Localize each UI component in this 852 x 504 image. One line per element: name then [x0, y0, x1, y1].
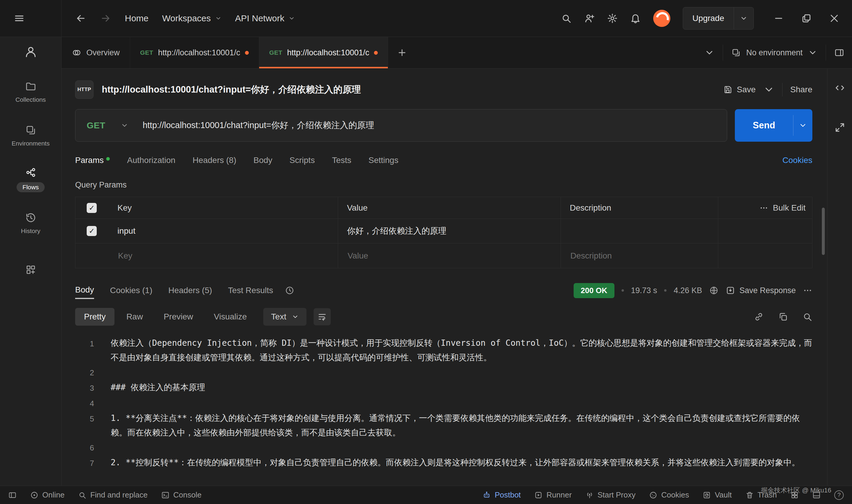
back-icon[interactable] [75, 13, 86, 24]
response-history-clock-icon[interactable] [285, 286, 294, 295]
sidebar-item-history[interactable]: History [0, 201, 61, 245]
help-icon[interactable] [834, 490, 844, 500]
close-icon[interactable] [829, 13, 839, 24]
response-tab-headers[interactable]: Headers (5) [168, 282, 212, 299]
cookies-link[interactable]: Cookies [782, 156, 812, 165]
trash-icon [745, 491, 754, 499]
start-proxy-button[interactable]: Start Proxy [585, 490, 636, 500]
send-options-chevron-icon[interactable] [794, 109, 812, 142]
sidebar-item-environments[interactable]: Environments [0, 114, 61, 158]
forward-icon[interactable] [100, 13, 111, 24]
nav-api-network[interactable]: API Network [235, 13, 295, 23]
tab-headers[interactable]: Headers (8) [193, 156, 236, 165]
save-button[interactable]: Save [723, 85, 756, 94]
format-dropdown[interactable]: Text [263, 308, 306, 326]
send-button[interactable]: Send [735, 109, 812, 142]
new-tab-button[interactable] [388, 37, 416, 68]
code-line: 72. **控制反转**：在传统的编程模型中，对象自己负责管理自己的依赖。而依赖… [75, 455, 812, 471]
sidebar-apps-grid-icon[interactable] [25, 264, 36, 275]
tab-settings[interactable]: Settings [368, 156, 398, 165]
search-icon[interactable] [802, 312, 812, 322]
code-line: 2 [75, 365, 812, 380]
online-status[interactable]: Online [30, 490, 65, 500]
select-all-checkbox[interactable] [87, 203, 97, 213]
response-tab-cookies[interactable]: Cookies (1) [110, 282, 152, 299]
flows-icon [25, 167, 36, 178]
view-tab-visualize[interactable]: Visualize [205, 308, 256, 326]
code-snippet-icon[interactable] [834, 82, 846, 93]
new-value-input[interactable] [347, 251, 561, 261]
gear-icon[interactable] [607, 13, 618, 24]
view-tab-preview[interactable]: Preview [155, 308, 202, 326]
params-active-dot [106, 157, 110, 161]
tab-authorization[interactable]: Authorization [127, 156, 175, 165]
copy-icon[interactable] [778, 312, 788, 322]
expand-icon[interactable] [834, 122, 846, 133]
tab-params[interactable]: Params [75, 156, 110, 165]
invite-user-icon[interactable] [584, 13, 595, 24]
unsaved-dot [245, 51, 249, 55]
notifications-bell-icon[interactable] [630, 13, 641, 24]
param-key-cell[interactable]: input [108, 219, 338, 243]
environment-selector[interactable]: No environment [731, 48, 817, 57]
sidebar-item-flows[interactable]: Flows [0, 158, 61, 201]
tab-body[interactable]: Body [254, 156, 272, 165]
environment-icon [731, 48, 741, 57]
column-header-description: Description [561, 197, 718, 219]
url-input[interactable] [142, 120, 727, 131]
globe-icon[interactable] [709, 286, 719, 295]
tab-request-1[interactable]: GET http://localhost:10001/c [130, 37, 259, 68]
tab-overview[interactable]: Overview [61, 37, 130, 68]
titlebar-left [0, 0, 61, 37]
method-selector[interactable]: GET [75, 120, 142, 130]
minimize-icon[interactable] [773, 13, 784, 24]
maximize-icon[interactable] [801, 13, 812, 24]
table-header-row: Key Value Description Bulk Edit [75, 197, 812, 219]
postbot-button[interactable]: Postbot [483, 490, 521, 500]
response-tab-body[interactable]: Body [75, 282, 94, 299]
save-options-chevron-icon[interactable] [763, 84, 775, 95]
console-button[interactable]: Console [161, 490, 201, 500]
sidebar-item-collections[interactable]: Collections [0, 70, 61, 114]
scrollbar-thumb[interactable] [822, 208, 825, 255]
param-value-cell[interactable]: 你好，介绍依赖注入的原理 [338, 219, 561, 243]
tab-request-2-active[interactable]: GET http://localhost:10001/c [259, 37, 388, 68]
environment-panel-icon[interactable] [834, 48, 844, 58]
status-bar: Online Find and replace Console Postb [0, 486, 852, 504]
nav-home[interactable]: Home [125, 13, 148, 23]
tab-scripts[interactable]: Scripts [290, 156, 315, 165]
row-checkbox[interactable] [87, 226, 97, 236]
menu-icon[interactable] [14, 13, 25, 24]
view-tab-pretty[interactable]: Pretty [75, 308, 114, 326]
chevron-down-icon [215, 15, 222, 22]
runner-button[interactable]: Runner [534, 490, 572, 500]
tab-tests[interactable]: Tests [332, 156, 351, 165]
new-description-input[interactable] [570, 251, 718, 261]
bulk-edit-button[interactable]: Bulk Edit [718, 197, 812, 219]
postman-logo[interactable] [653, 10, 670, 27]
wrap-text-icon[interactable] [313, 308, 331, 325]
watermark: 掘金技术社区 @ Miku16 [761, 486, 831, 495]
upgrade-button[interactable]: Upgrade [683, 7, 754, 30]
view-tab-raw[interactable]: Raw [117, 308, 152, 326]
chevron-down-icon[interactable] [734, 15, 754, 22]
link-icon[interactable] [754, 312, 764, 322]
param-description-cell[interactable] [561, 219, 718, 243]
right-rail [827, 69, 852, 486]
vault-button[interactable]: Vault [703, 490, 731, 500]
more-horizontal-icon[interactable] [803, 286, 812, 295]
search-icon[interactable] [561, 13, 572, 24]
response-body[interactable]: 1依赖注入（Dependency Injection，简称 DI）是一种设计模式… [75, 336, 812, 486]
chevron-down-icon [288, 15, 295, 22]
nav-workspaces[interactable]: Workspaces [162, 13, 222, 23]
cookies-button[interactable]: Cookies [649, 490, 689, 500]
new-key-input[interactable] [117, 251, 338, 261]
response-tab-test-results[interactable]: Test Results [228, 282, 273, 299]
profile-icon[interactable] [24, 45, 37, 58]
runner-play-icon [534, 491, 543, 499]
tabs-dropdown-chevron-icon[interactable] [704, 48, 714, 58]
share-button[interactable]: Share [790, 85, 812, 94]
toggle-sidebar-icon[interactable] [8, 491, 17, 499]
find-and-replace-button[interactable]: Find and replace [78, 490, 148, 500]
save-response-button[interactable]: Save Response [726, 286, 796, 295]
